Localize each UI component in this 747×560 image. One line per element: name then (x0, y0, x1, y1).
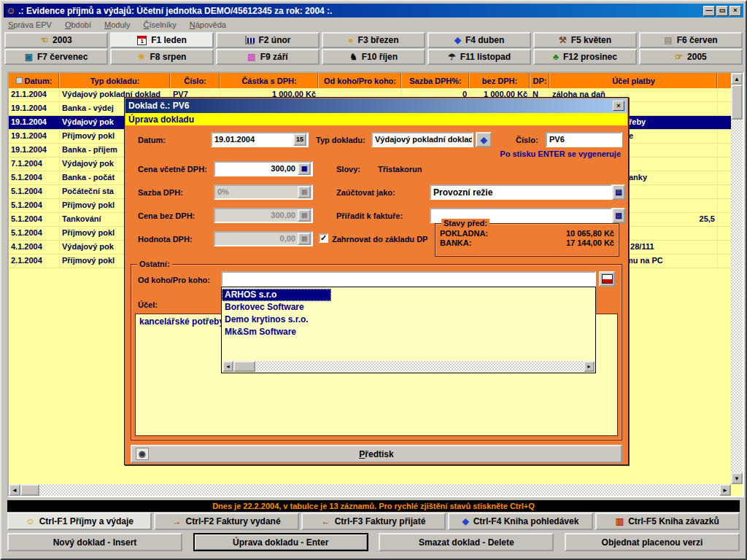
money-bag-icon: ● (348, 36, 353, 44)
dropdown-option-0[interactable]: ARHOS s.r.o (222, 289, 331, 301)
month-row-2: ▣F7 červenec☀F8 srpen▨F9 září♞F10 říjen☂… (4, 49, 743, 65)
menu-bar: Správa EPVObdobíModulyČíselníkyNápověda (4, 18, 743, 31)
column-header-3[interactable]: Částka s DPH: (220, 73, 319, 88)
person-icon: ☺ (26, 517, 34, 526)
action-button-0[interactable]: Nový doklad - Insert (7, 533, 182, 551)
bottom-tab-1[interactable]: →Ctrl-F2 Faktury vydané (154, 513, 298, 530)
month-button-label: F6 červen (677, 35, 718, 45)
month-button-f12-prosinec[interactable]: ♣F12 prosinec (533, 49, 637, 65)
column-header-2[interactable]: Číslo: (171, 73, 220, 88)
calendar-picker-button[interactable]: 15 (293, 133, 306, 146)
month-button-f5-květen[interactable]: ⚒F5 květen (533, 32, 637, 48)
bottom-tab-3[interactable]: ◆Ctrl-F4 Kniha pohledávek (448, 513, 592, 530)
menu-item-1[interactable]: Období (65, 20, 91, 29)
action-button-2[interactable]: Smazat doklad - Delete (379, 533, 554, 551)
sort-icon[interactable] (16, 77, 23, 84)
scroll-left-button[interactable]: ◄ (9, 484, 20, 496)
column-header-7[interactable]: DP: (530, 73, 550, 88)
bottom-tab-label: Ctrl-F4 Kniha pohledávek (473, 516, 579, 526)
month-button-f4-duben[interactable]: ◆F4 duben (427, 32, 531, 48)
dropdown-scroll-right[interactable]: ► (584, 361, 595, 372)
dropdown-option-3[interactable]: Mk&Sm Software (222, 326, 595, 338)
dropdown-scroll-thumb[interactable] (233, 361, 255, 372)
contacts-card-button[interactable] (599, 271, 615, 287)
column-header-4[interactable]: Od koho/Pro koho: (319, 73, 402, 88)
bottom-tab-2[interactable]: ←Ctrl-F3 Faktury přijaté (301, 513, 446, 530)
month-button-f9-září[interactable]: ▨F9 září (216, 49, 320, 65)
menu-item-3[interactable]: Číselníky (144, 20, 177, 29)
dropdown-option-1[interactable]: Borkovec Software (222, 301, 595, 314)
enter-note: Po stisku ENTER se vygeneruje (500, 149, 621, 158)
menu-item-4[interactable]: Nápověda (190, 20, 226, 29)
month-button-f6-červen[interactable]: ▤F6 červen (639, 32, 743, 48)
month-button-f7-červenec[interactable]: ▣F7 červenec (4, 49, 108, 65)
cardfile-icon (602, 274, 613, 284)
bar-chart-icon (245, 36, 255, 44)
scroll-up-button[interactable]: ▲ (731, 73, 743, 85)
typ-dokladu-picker-icon[interactable]: ◆ (476, 132, 492, 147)
odkoho-label: Od koho/Pro koho: (138, 276, 210, 284)
scroll-right-button[interactable]: ► (719, 484, 731, 496)
bottom-tab-label: Ctrl-F2 Faktury vydané (186, 516, 281, 526)
hodnota-label: Hodnota DPH: (138, 235, 193, 244)
horizontal-scrollbar[interactable]: ◄ ► (9, 484, 731, 496)
month-button-f2-únor[interactable]: F2 únor (216, 32, 320, 48)
month-button-label: F9 září (260, 52, 288, 62)
column-header-1[interactable]: Typ dokladu: (60, 73, 171, 88)
zauctovat-input[interactable]: Provozní režie (430, 184, 612, 200)
month-button-f11-listopad[interactable]: ☂F11 listopad (427, 49, 531, 65)
umbrella-icon: ☂ (448, 52, 456, 61)
menu-item-0[interactable]: Správa EPV (8, 20, 52, 29)
animal-icon: ♞ (349, 52, 357, 61)
column-header-6[interactable]: bez DPH: (470, 73, 530, 88)
month-button-f1-leden[interactable]: 1F1 leden (110, 32, 214, 48)
cislo-input[interactable]: PV6 (546, 132, 622, 147)
menu-item-2[interactable]: Moduly (104, 20, 130, 29)
restore-button[interactable]: ▭ (716, 6, 728, 16)
dialog-title-bar[interactable]: Doklad č.: PV6 × (125, 98, 627, 113)
minimize-button[interactable]: — (703, 6, 715, 16)
table-cell: 5.1.2004 (9, 171, 60, 184)
odkoho-input[interactable] (221, 271, 596, 287)
column-header-5[interactable]: Sazba DPH%: (402, 73, 470, 88)
column-header-label: Od koho/Pro koho: (324, 77, 396, 85)
dialog-close-button[interactable]: × (613, 101, 624, 111)
month-button-label: F4 duben (465, 35, 504, 45)
column-header-0[interactable]: Datum: (9, 73, 60, 88)
dropdown-scroll-left[interactable]: ◄ (222, 361, 233, 372)
scroll-down-button[interactable]: ▼ (731, 472, 743, 484)
month-button-label: F3 březen (358, 35, 399, 45)
typ-dokladu-input[interactable]: Výdajový pokladní doklad (371, 132, 473, 147)
month-button-2003[interactable]: ☜2003 (4, 32, 108, 48)
doklad-dialog: Doklad č.: PV6 × Úprava dokladu Datum: 1… (124, 97, 629, 465)
column-header-label: bez DPH: (482, 77, 517, 85)
vertical-scrollbar[interactable]: ▲ ▼ (731, 73, 743, 484)
zauctovat-picker-icon[interactable]: ▤ (612, 184, 625, 200)
month-button-label: F12 prosinec (563, 52, 617, 62)
table-cell: 19.1.2004 (9, 144, 60, 157)
predtisk-button[interactable]: ◉ Předtisk (131, 445, 622, 463)
horizontal-scroll-thumb[interactable] (20, 484, 39, 496)
month-button-f8-srpen[interactable]: ☀F8 srpen (110, 49, 214, 65)
month-button-f10-říjen[interactable]: ♞F10 říjen (322, 49, 425, 65)
bottom-tab-0[interactable]: ☺Ctrl-F1 Příjmy a výdaje (7, 513, 152, 530)
dropdown-hscrollbar[interactable]: ◄ ► (222, 361, 595, 372)
action-button-3[interactable]: Objednat placenou verzi (565, 533, 740, 551)
cislo-label: Číslo: (516, 136, 538, 144)
dropdown-option-2[interactable]: Demo krytinos s.r.o. (222, 314, 595, 326)
priradit-picker-icon[interactable]: ▧ (612, 208, 625, 223)
zahrnovat-checkbox[interactable]: ✓ (319, 233, 328, 243)
month-button-label: F1 leden (151, 35, 187, 45)
month-button-f3-březen[interactable]: ●F3 březen (322, 32, 425, 48)
close-button[interactable]: × (729, 6, 741, 16)
invoice-in-icon: ← (322, 517, 330, 526)
action-button-1[interactable]: Úprava dokladu - Enter (193, 533, 368, 551)
bottom-tab-4[interactable]: ▥Ctrl-F5 Kniha závazků (595, 513, 740, 530)
column-header-8[interactable]: Účel platby (550, 73, 718, 88)
calculator-icon[interactable]: ▦ (298, 163, 311, 175)
table-cell: 19.1.2004 (9, 102, 60, 115)
title-bar[interactable]: ☺ .: Evidence příjmů a výdajů: Účetní je… (4, 4, 743, 18)
month-button-2005[interactable]: ☞2005 (639, 49, 743, 65)
vertical-scroll-thumb[interactable] (731, 85, 743, 120)
column-header-label: Účel platby (612, 77, 655, 85)
